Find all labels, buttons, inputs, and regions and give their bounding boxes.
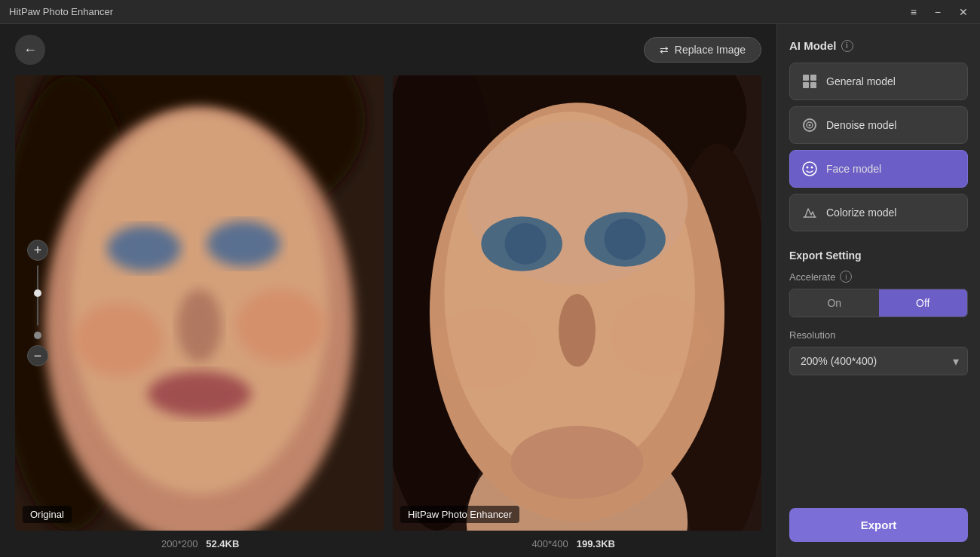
colorize-model-icon bbox=[801, 204, 819, 222]
original-image-wrapper: Original bbox=[15, 75, 384, 531]
face-model-button[interactable]: Face model bbox=[789, 150, 968, 188]
svg-point-7 bbox=[177, 289, 222, 363]
back-button[interactable]: ← bbox=[15, 35, 45, 65]
close-button[interactable]: ✕ bbox=[956, 4, 971, 20]
title-bar: HitPaw Photo Enhancer ≡ − ✕ bbox=[0, 0, 980, 24]
replace-icon: ⇄ bbox=[660, 44, 669, 56]
ai-model-title: AI Model i bbox=[789, 39, 968, 52]
svg-point-23 bbox=[559, 294, 596, 367]
accelerate-label: Accelerate i bbox=[789, 271, 968, 283]
accelerate-toggle-group: On Off bbox=[789, 289, 968, 317]
image-panel: ← ⇄ Replace Image + − bbox=[0, 24, 776, 557]
accelerate-on-button[interactable]: On bbox=[790, 289, 879, 317]
accelerate-off-button[interactable]: Off bbox=[879, 289, 968, 317]
svg-point-8 bbox=[148, 372, 251, 417]
svg-point-21 bbox=[505, 223, 547, 265]
minimize-button[interactable]: − bbox=[932, 4, 944, 20]
svg-point-35 bbox=[807, 167, 809, 169]
svg-rect-30 bbox=[810, 82, 816, 88]
toolbar: ← ⇄ Replace Image bbox=[0, 24, 776, 75]
enhanced-image: HitPaw Photo Enhancer bbox=[393, 75, 761, 531]
enhanced-dimensions: 400*400 bbox=[531, 538, 568, 549]
zoom-in-button[interactable]: + bbox=[27, 240, 48, 261]
svg-rect-27 bbox=[803, 75, 809, 81]
enhanced-label: HitPaw Photo Enhancer bbox=[400, 506, 519, 523]
general-model-icon bbox=[801, 72, 819, 90]
svg-point-24 bbox=[433, 308, 537, 390]
enhanced-filesize: 199.3KB bbox=[577, 538, 615, 549]
svg-point-9 bbox=[74, 303, 162, 376]
original-label: Original bbox=[23, 506, 72, 523]
zoom-indicator bbox=[34, 332, 41, 339]
ai-model-info-icon[interactable]: i bbox=[841, 40, 853, 52]
svg-point-5 bbox=[107, 225, 181, 271]
zoom-out-button[interactable]: − bbox=[27, 345, 48, 366]
svg-point-36 bbox=[811, 167, 813, 169]
enhanced-image-svg bbox=[393, 75, 761, 531]
menu-button[interactable]: ≡ bbox=[908, 4, 920, 20]
zoom-controls: + − bbox=[27, 240, 48, 366]
colorize-model-label: Colorize model bbox=[826, 207, 896, 219]
image-info-bar: 200*200 52.4KB 400*400 199.3KB bbox=[0, 531, 776, 557]
colorize-model-button[interactable]: Colorize model bbox=[789, 194, 968, 231]
app-title: HitPaw Photo Enhancer bbox=[9, 6, 113, 17]
face-model-icon bbox=[801, 160, 819, 178]
original-image: Original bbox=[15, 75, 384, 531]
main-content: ← ⇄ Replace Image + − bbox=[0, 24, 980, 557]
general-model-label: General model bbox=[826, 75, 896, 87]
images-container: + − bbox=[0, 75, 776, 531]
svg-point-34 bbox=[803, 162, 816, 176]
denoise-model-icon bbox=[801, 116, 819, 134]
denoise-model-label: Denoise model bbox=[826, 119, 896, 131]
face-model-label: Face model bbox=[826, 163, 881, 175]
replace-image-button[interactable]: ⇄ Replace Image bbox=[644, 37, 761, 63]
svg-point-33 bbox=[809, 124, 811, 127]
denoise-model-button[interactable]: Denoise model bbox=[789, 106, 968, 144]
image-divider bbox=[387, 75, 389, 531]
resolution-wrapper: 200% (400*400) 100% (200*200) 400% (800*… bbox=[789, 347, 968, 375]
zoom-handle[interactable] bbox=[34, 289, 41, 297]
title-bar-controls: ≡ − ✕ bbox=[908, 4, 971, 20]
original-image-svg bbox=[15, 75, 384, 531]
original-dimensions: 200*200 bbox=[161, 538, 198, 549]
svg-point-22 bbox=[605, 219, 646, 260]
enhanced-image-wrapper: HitPaw Photo Enhancer bbox=[393, 75, 761, 531]
enhanced-info: 400*400 199.3KB bbox=[531, 538, 615, 549]
right-panel: AI Model i General model bbox=[776, 24, 980, 557]
svg-rect-29 bbox=[803, 82, 809, 88]
accelerate-info-icon[interactable]: i bbox=[840, 271, 852, 283]
svg-rect-28 bbox=[810, 75, 816, 81]
back-icon: ← bbox=[23, 42, 37, 58]
export-setting-section: Export Setting Accelerate i On Off Resol… bbox=[789, 249, 968, 375]
svg-point-26 bbox=[510, 426, 643, 499]
svg-point-6 bbox=[207, 221, 280, 266]
general-model-button[interactable]: General model bbox=[789, 63, 968, 100]
svg-point-10 bbox=[236, 289, 324, 363]
resolution-label: Resolution bbox=[789, 329, 968, 341]
export-setting-title: Export Setting bbox=[789, 249, 968, 262]
export-button[interactable]: Export bbox=[789, 508, 968, 542]
original-filesize: 52.4KB bbox=[206, 538, 239, 549]
original-info: 200*200 52.4KB bbox=[161, 538, 239, 549]
replace-label: Replace Image bbox=[675, 44, 746, 56]
zoom-track bbox=[37, 265, 38, 326]
svg-point-25 bbox=[611, 294, 706, 376]
resolution-select[interactable]: 200% (400*400) 100% (200*200) 400% (800*… bbox=[789, 347, 968, 375]
title-bar-left: HitPaw Photo Enhancer bbox=[9, 6, 113, 17]
